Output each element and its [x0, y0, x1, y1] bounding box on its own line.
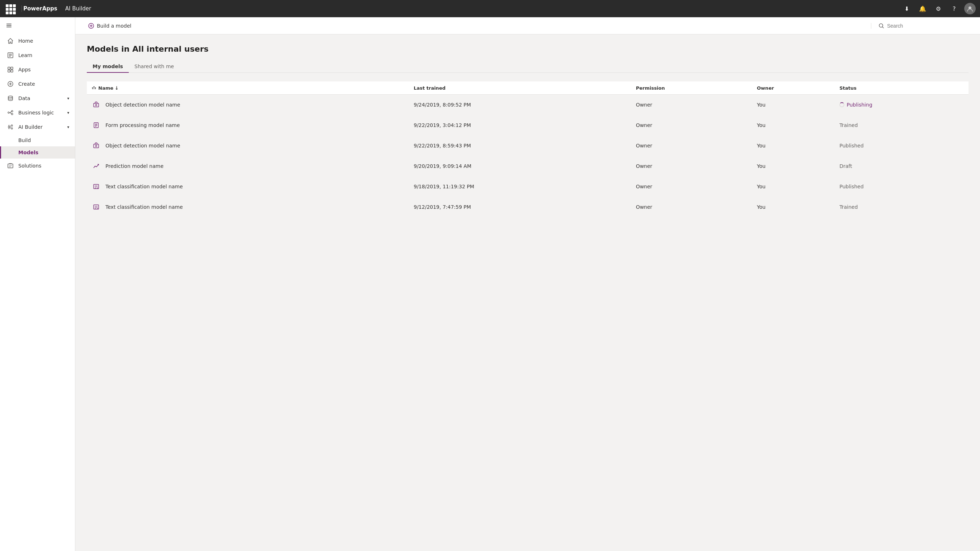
model-owner: You [752, 135, 835, 156]
model-status: Publishing [835, 95, 969, 115]
table-row[interactable]: Object detection model name 9/22/2019, 8… [87, 135, 969, 156]
ai-builder-chevron-icon: ▾ [67, 125, 69, 129]
search-icon [878, 23, 884, 29]
sidebar-subitem-build[interactable]: Build [0, 134, 75, 147]
svg-rect-5 [8, 67, 10, 69]
col-header-name[interactable]: Name ↓ [87, 81, 409, 95]
svg-point-16 [11, 128, 13, 129]
model-last-trained: 9/18/2019, 11:19:32 PM [409, 177, 632, 197]
svg-rect-3 [6, 27, 11, 28]
user-avatar[interactable] [964, 3, 976, 14]
table-row[interactable]: Prediction model name 9/20/2019, 9:09:14… [87, 156, 969, 177]
object-detection-icon [91, 100, 101, 110]
model-owner: You [752, 95, 835, 115]
prediction-icon [91, 161, 101, 171]
topbar-brand: PowerApps AI Builder [22, 5, 91, 12]
sidebar-apps-label: Apps [18, 67, 31, 72]
sidebar-item-apps[interactable]: Apps [0, 62, 75, 77]
sidebar-home-label: Home [18, 38, 33, 44]
svg-point-10 [8, 96, 13, 98]
settings-icon[interactable]: ⚙ [933, 3, 944, 14]
solutions-icon [7, 162, 14, 169]
model-status: Trained [835, 115, 969, 135]
svg-rect-1 [6, 24, 11, 24]
ai-builder-icon [7, 123, 14, 131]
sidebar-subitem-models[interactable]: Models [0, 147, 75, 159]
model-last-trained: 9/22/2019, 8:59:43 PM [409, 135, 632, 156]
powerapps-label: PowerApps [23, 5, 62, 12]
svg-point-14 [8, 126, 10, 128]
svg-rect-23 [94, 104, 99, 107]
model-owner: You [752, 156, 835, 177]
sidebar-learn-label: Learn [18, 53, 32, 58]
model-name[interactable]: Object detection model name [105, 143, 180, 148]
page-title: Models in All internal users [87, 45, 969, 53]
learn-icon [7, 52, 14, 59]
model-permission: Owner [632, 135, 752, 156]
sidebar-item-data[interactable]: Data ▾ [0, 91, 75, 105]
status-badge: Publishing [839, 102, 964, 108]
sidebar-item-create[interactable]: Create [0, 77, 75, 91]
model-owner: You [752, 115, 835, 135]
hamburger-icon [6, 22, 12, 29]
home-icon [7, 37, 14, 45]
text-classification-icon [91, 182, 101, 191]
spinner-icon [839, 102, 845, 107]
sidebar-create-label: Create [18, 81, 35, 87]
business-logic-icon [7, 109, 14, 116]
sidebar-item-ai-builder[interactable]: AI Builder ▾ [0, 120, 75, 134]
status-badge: Published [839, 143, 864, 148]
sidebar-item-business-logic[interactable]: Business logic ▾ [0, 105, 75, 120]
table-row[interactable]: Object detection model name 9/24/2019, 8… [87, 95, 969, 115]
sort-icon [91, 85, 97, 91]
waffle-menu[interactable] [4, 3, 16, 14]
search-input[interactable] [887, 23, 959, 29]
model-status: Published [835, 177, 969, 197]
model-name[interactable]: Text classification model name [105, 184, 183, 190]
sidebar-data-label: Data [18, 96, 30, 101]
status-badge: Trained [839, 204, 858, 210]
model-owner: You [752, 197, 835, 217]
help-icon[interactable]: ? [948, 3, 960, 14]
apps-icon [7, 66, 14, 73]
business-logic-chevron-icon: ▾ [67, 110, 69, 115]
tabs-container: My models Shared with me [87, 61, 969, 73]
data-icon [7, 95, 14, 102]
model-name[interactable]: Form processing model name [105, 122, 180, 128]
download-icon[interactable]: ⬇ [901, 3, 913, 14]
col-header-status: Status [835, 81, 969, 95]
status-badge: Draft [839, 163, 852, 169]
model-name[interactable]: Object detection model name [105, 102, 180, 108]
status-badge: Published [839, 184, 864, 190]
form-processing-icon [91, 120, 101, 130]
svg-point-12 [11, 110, 13, 112]
text-classification-icon [91, 202, 101, 212]
table-row[interactable]: Form processing model name 9/22/2019, 3:… [87, 115, 969, 135]
sidebar-item-learn[interactable]: Learn [0, 48, 75, 62]
plus-icon [88, 23, 94, 29]
table-row[interactable]: Text classification model name 9/18/2019… [87, 177, 969, 197]
app-body: Home Learn Apps Create [0, 17, 980, 551]
svg-rect-26 [94, 144, 99, 148]
model-last-trained: 9/12/2019, 7:47:59 PM [409, 197, 632, 217]
tab-shared-with-me[interactable]: Shared with me [129, 61, 180, 73]
model-name-cell: Text classification model name [87, 177, 409, 197]
sidebar-item-solutions[interactable]: Solutions [0, 159, 75, 173]
col-header-permission: Permission [632, 81, 752, 95]
build-model-button[interactable]: Build a model [84, 21, 135, 31]
table-row[interactable]: Text classification model name 9/12/2019… [87, 197, 969, 217]
page-content: Models in All internal users My models S… [75, 34, 980, 551]
model-name[interactable]: Prediction model name [105, 163, 164, 169]
tab-my-models[interactable]: My models [87, 61, 129, 73]
sidebar-collapse-button[interactable] [0, 17, 75, 34]
sidebar-item-home[interactable]: Home [0, 34, 75, 48]
model-name-cell: Form processing model name [87, 115, 409, 135]
sidebar: Home Learn Apps Create [0, 17, 75, 551]
col-header-last-trained: Last trained [409, 81, 632, 95]
notification-icon[interactable]: 🔔 [917, 3, 928, 14]
svg-point-24 [95, 104, 97, 106]
search-container [871, 23, 971, 29]
models-table: Name ↓ Last trained Permission Owner Sta… [87, 81, 969, 217]
svg-point-27 [95, 145, 97, 147]
model-name[interactable]: Text classification model name [105, 204, 183, 210]
